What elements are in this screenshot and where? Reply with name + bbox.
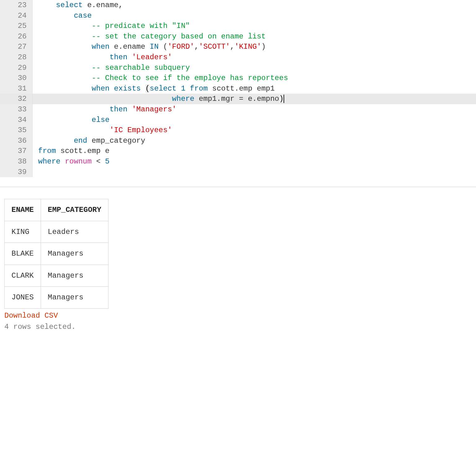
table-cell: CLARK [5, 265, 41, 287]
gutter-line-number: 29 [0, 63, 33, 73]
table-row: CLARKManagers [5, 265, 108, 287]
code-line[interactable]: 35 'IC Employees' [0, 125, 476, 136]
gutter-line-number: 31 [0, 83, 33, 94]
table-cell: KING [5, 221, 41, 243]
gutter-line-number: 23 [0, 0, 33, 11]
code-text[interactable]: case [33, 11, 476, 21]
gutter-line-number: 36 [0, 136, 33, 146]
code-text[interactable]: when e.ename IN ('FORD','SCOTT','KING') [33, 42, 476, 52]
table-row: JONESManagers [5, 287, 108, 309]
table-cell: Managers [41, 265, 108, 287]
code-text[interactable]: end emp_category [33, 136, 476, 146]
code-line[interactable]: 29 -- searchable subquery [0, 63, 476, 73]
code-line[interactable]: 28 then 'Leaders' [0, 52, 476, 63]
row-count-label: 4 rows selected. [4, 322, 472, 332]
code-text[interactable]: -- set the category based on ename list [33, 31, 476, 42]
gutter-line-number: 35 [0, 125, 33, 136]
code-text[interactable]: -- Check to see if the employe has repor… [33, 73, 476, 83]
code-line[interactable]: 25 -- predicate with "IN" [0, 21, 476, 31]
gutter-line-number: 33 [0, 104, 33, 115]
table-cell: JONES [5, 287, 41, 309]
code-text[interactable]: select e.ename, [33, 0, 476, 11]
code-text[interactable]: when exists (select 1 from scott.emp emp… [33, 83, 476, 94]
code-line[interactable]: 32 where emp1.mgr = e.empno) [0, 94, 476, 104]
code-line[interactable]: 33 then 'Managers' [0, 104, 476, 115]
code-text[interactable]: from scott.emp e [33, 146, 476, 156]
code-text[interactable]: -- searchable subquery [33, 63, 476, 73]
gutter-line-number: 38 [0, 156, 33, 167]
gutter-line-number: 26 [0, 31, 33, 42]
code-text[interactable]: where emp1.mgr = e.empno) [33, 94, 476, 104]
code-text[interactable]: where rownum < 5 [33, 156, 476, 167]
code-text[interactable]: then 'Leaders' [33, 52, 476, 63]
code-text[interactable]: 'IC Employees' [33, 125, 476, 136]
code-text[interactable]: then 'Managers' [33, 104, 476, 115]
gutter-line-number: 34 [0, 115, 33, 125]
table-cell: Managers [41, 287, 108, 309]
column-header: ENAME [5, 199, 41, 221]
query-results: ENAMEEMP_CATEGORY KINGLeadersBLAKEManage… [0, 187, 476, 335]
gutter-line-number: 32 [0, 94, 33, 104]
gutter-line-number: 25 [0, 21, 33, 31]
code-line[interactable]: 39 [0, 167, 476, 177]
code-line[interactable]: 37from scott.emp e [0, 146, 476, 156]
table-cell: Leaders [41, 221, 108, 243]
gutter-line-number: 28 [0, 52, 33, 63]
code-line[interactable]: 38where rownum < 5 [0, 156, 476, 167]
code-line[interactable]: 27 when e.ename IN ('FORD','SCOTT','KING… [0, 42, 476, 52]
column-header: EMP_CATEGORY [41, 199, 108, 221]
code-line[interactable]: 24 case [0, 11, 476, 21]
code-text[interactable]: -- predicate with "IN" [33, 21, 476, 31]
table-row: BLAKEManagers [5, 243, 108, 265]
code-text[interactable]: else [33, 115, 476, 125]
gutter-line-number: 27 [0, 42, 33, 52]
table-cell: Managers [41, 243, 108, 265]
sql-editor[interactable]: 23 select e.ename,24 case25 -- predicate… [0, 0, 476, 177]
editor-results-divider [0, 177, 476, 187]
table-cell: BLAKE [5, 243, 41, 265]
gutter-line-number: 37 [0, 146, 33, 156]
code-line[interactable]: 34 else [0, 115, 476, 125]
gutter-line-number: 30 [0, 73, 33, 83]
code-line[interactable]: 31 when exists (select 1 from scott.emp … [0, 83, 476, 94]
table-row: KINGLeaders [5, 221, 108, 243]
results-table: ENAMEEMP_CATEGORY KINGLeadersBLAKEManage… [4, 199, 108, 309]
code-line[interactable]: 23 select e.ename, [0, 0, 476, 11]
code-line[interactable]: 36 end emp_category [0, 136, 476, 146]
code-text[interactable] [33, 167, 476, 177]
gutter-line-number: 24 [0, 11, 33, 21]
download-csv-link[interactable]: Download CSV [4, 311, 58, 321]
code-line[interactable]: 26 -- set the category based on ename li… [0, 31, 476, 42]
gutter-line-number: 39 [0, 167, 33, 177]
code-line[interactable]: 30 -- Check to see if the employe has re… [0, 73, 476, 83]
